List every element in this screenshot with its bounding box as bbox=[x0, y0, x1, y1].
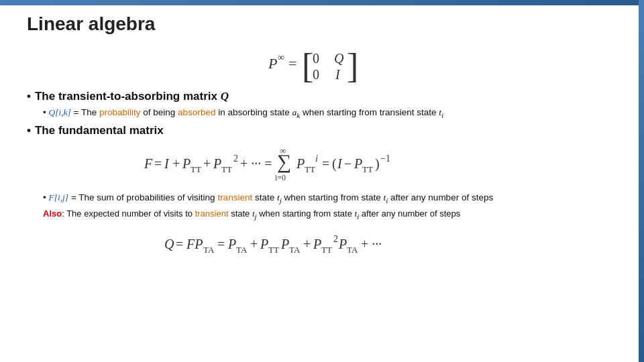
svg-text:TT: TT bbox=[221, 164, 232, 174]
svg-text:I: I bbox=[335, 67, 341, 82]
svg-text:0: 0 bbox=[313, 67, 319, 82]
svg-text:=: = bbox=[322, 156, 329, 171]
transient-section: • The transient-to-absorbing matrix Q • … bbox=[27, 90, 631, 121]
svg-text:i: i bbox=[315, 154, 318, 164]
svg-text:P: P bbox=[313, 237, 321, 251]
svg-text:TA: TA bbox=[347, 245, 358, 255]
main-content: Linear algebra P ∞ = [ 0 Q 0 I ] • The t… bbox=[27, 13, 631, 355]
p-infinity-equation: P ∞ = [ 0 Q 0 I ] bbox=[27, 40, 631, 87]
svg-text:−: − bbox=[344, 156, 352, 171]
fundamental-label: The fundamental matrix bbox=[35, 124, 164, 137]
svg-text:−1: −1 bbox=[380, 154, 390, 164]
svg-text:TT: TT bbox=[268, 245, 279, 255]
svg-text:TA: TA bbox=[236, 245, 248, 255]
svg-text:(: ( bbox=[332, 156, 337, 172]
also-note: Also: The expected number of visits to t… bbox=[43, 207, 631, 222]
svg-text:∑: ∑ bbox=[277, 150, 291, 173]
svg-text:[: [ bbox=[302, 47, 313, 85]
right-accent-bar bbox=[639, 0, 644, 362]
svg-text:+: + bbox=[303, 237, 311, 251]
q-equation: Q = FP TA = P TA + P TT P TA + P TT 2 P … bbox=[27, 225, 631, 259]
svg-text:0: 0 bbox=[313, 51, 319, 66]
fundamental-bullet: • The fundamental matrix bbox=[27, 124, 631, 137]
svg-text:+: + bbox=[203, 156, 211, 171]
svg-text:+ ··· =: + ··· = bbox=[240, 156, 272, 171]
svg-text:i=0: i=0 bbox=[275, 173, 286, 182]
svg-text:P: P bbox=[338, 237, 347, 251]
svg-text:P: P bbox=[354, 156, 362, 171]
svg-text:I: I bbox=[164, 156, 170, 171]
page-title: Linear algebra bbox=[27, 13, 631, 35]
svg-text:TT: TT bbox=[305, 164, 315, 174]
svg-text:∞: ∞ bbox=[278, 52, 284, 62]
svg-text:P: P bbox=[260, 237, 268, 251]
svg-text:2: 2 bbox=[233, 154, 238, 164]
svg-text:P: P bbox=[227, 237, 236, 251]
svg-text:=: = bbox=[154, 156, 162, 171]
svg-text:P: P bbox=[280, 237, 289, 251]
svg-text:I: I bbox=[337, 156, 343, 171]
svg-text:P: P bbox=[268, 55, 277, 72]
svg-text:=: = bbox=[176, 237, 183, 251]
svg-text:+: + bbox=[172, 156, 180, 171]
svg-text:P: P bbox=[182, 156, 191, 171]
svg-text:Q: Q bbox=[334, 51, 344, 66]
svg-text:TT: TT bbox=[362, 164, 373, 174]
svg-text:=: = bbox=[217, 237, 225, 251]
bullet-dot-2: • bbox=[27, 124, 31, 137]
transient-label: The transient-to-absorbing matrix Q bbox=[35, 90, 229, 103]
svg-text:TT: TT bbox=[321, 245, 332, 255]
transient-sub: • Q[i,k] = The probability of being abso… bbox=[43, 106, 631, 121]
fundamental-section: • The fundamental matrix F = I + P TT + … bbox=[27, 124, 631, 222]
fundamental-sub: • F[i,j] = The sum of probabilities of v… bbox=[43, 191, 631, 206]
f-equation: F = I + P TT + P TT 2 + ··· = ∞ ∑ i=0 P … bbox=[27, 141, 631, 187]
top-accent-bar bbox=[0, 0, 644, 5]
svg-text:Q: Q bbox=[164, 237, 174, 251]
svg-text:TA: TA bbox=[289, 245, 301, 255]
svg-text:FP: FP bbox=[186, 237, 203, 251]
svg-text:P: P bbox=[213, 156, 221, 171]
svg-text:TT: TT bbox=[191, 164, 201, 174]
svg-text:+: + bbox=[250, 237, 258, 251]
svg-text:2: 2 bbox=[333, 234, 338, 244]
svg-text:=: = bbox=[288, 55, 297, 72]
svg-text:]: ] bbox=[347, 47, 358, 85]
svg-text:+ ···: + ··· bbox=[361, 237, 382, 251]
svg-text:): ) bbox=[375, 156, 380, 172]
svg-text:TA: TA bbox=[203, 245, 215, 255]
svg-text:P: P bbox=[296, 156, 305, 171]
bullet-dot-1: • bbox=[27, 90, 31, 103]
transient-bullet: • The transient-to-absorbing matrix Q bbox=[27, 90, 631, 103]
svg-text:F: F bbox=[144, 156, 153, 171]
